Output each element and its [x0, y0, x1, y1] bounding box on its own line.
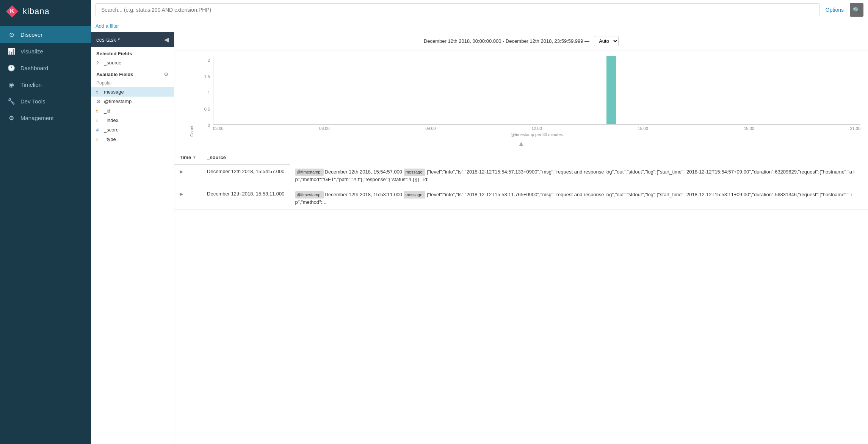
text-type-icon: t — [96, 90, 102, 94]
search-icon: 🔍 — [853, 6, 860, 14]
message-badge: message: — [404, 191, 426, 199]
field-index[interactable]: t _index — [91, 116, 174, 125]
table-header-row: Time ▼ _source — [174, 151, 868, 164]
expand-row-button[interactable]: ▶ — [180, 169, 183, 174]
time-column-header: Time ▼ — [174, 151, 202, 164]
field-score-label: _score — [104, 127, 119, 133]
sidebar-item-management[interactable]: ⚙ Management — [0, 109, 91, 126]
text-type-icon-index: t — [96, 118, 102, 123]
text-type-icon-type: t — [96, 137, 102, 142]
x-tick-09: 09:00 — [425, 126, 436, 131]
x-axis-label: @timestamp per 30 minutes — [213, 132, 860, 137]
table-row: ▶December 12th 2018, 15:53:11.000@timest… — [174, 187, 868, 210]
content-area: ecs-task-* ◀ Selected Fields ? _source A… — [91, 32, 868, 444]
field-message-label: message — [104, 89, 124, 95]
sidebar: K kibana ⊙ Discover 📊 Visualize 🕐 Dashbo… — [0, 0, 91, 444]
field-timestamp[interactable]: ⊙ @timestamp — [91, 97, 174, 106]
x-tick-12: 12:00 — [531, 126, 542, 131]
results-table: Time ▼ _source ▶December 12th 2018, 15:5… — [174, 151, 868, 210]
sort-icon: ▼ — [193, 155, 196, 159]
x-tick-18: 18:00 — [744, 126, 754, 131]
hash-type-icon: # — [96, 128, 102, 132]
sidebar-label-devtools: Dev Tools — [20, 98, 45, 105]
timestamp-badge: @timestamp: — [295, 191, 324, 199]
y-tick-0: 0 — [208, 123, 210, 128]
field-index-label: _index — [104, 117, 118, 123]
source-column-header: _source — [202, 151, 290, 164]
timestamp-badge: @timestamp: — [295, 169, 324, 176]
time-cell: December 12th 2018, 15:54:57.000 — [202, 164, 290, 187]
chart-inner: 03:00 06:00 09:00 12:00 15:00 18:00 21:0… — [213, 56, 860, 137]
x-axis: 03:00 06:00 09:00 12:00 15:00 18:00 21:0… — [213, 125, 860, 131]
y-tick-2: 2 — [208, 58, 210, 63]
index-name: ecs-task-* — [96, 37, 120, 43]
time-range-label: December 12th 2018, 00:00:00.000 - Decem… — [424, 38, 589, 44]
sidebar-item-timelion[interactable]: ◉ Timelion — [0, 76, 91, 93]
main-area: Options 🔍 Add a filter + ecs-task-* ◀ Se… — [91, 0, 868, 444]
expand-row-button[interactable]: ▶ — [180, 191, 183, 197]
clock-icon: 🕐 — [8, 64, 15, 72]
field-type-label: _type — [104, 136, 116, 142]
available-fields-header: Available Fields — [96, 72, 133, 77]
wrench-icon: 🔧 — [8, 97, 15, 105]
sidebar-label-discover: Discover — [20, 31, 42, 38]
sidebar-item-devtools[interactable]: 🔧 Dev Tools — [0, 93, 91, 109]
field-source-label: _source — [104, 60, 121, 66]
message-badge: message: — [404, 169, 426, 176]
logo-area: K kibana — [0, 0, 91, 23]
field-source[interactable]: ? _source — [91, 58, 174, 67]
sidebar-nav: ⊙ Discover 📊 Visualize 🕐 Dashboard ◉ Tim… — [0, 23, 91, 126]
chart-area: Count 2 1.5 1 0.5 0 03:00 06:00 09:00 — [190, 56, 860, 137]
compass-icon: ⊙ — [8, 31, 15, 38]
search-button[interactable]: 🔍 — [850, 3, 863, 17]
chart-bar[interactable] — [606, 56, 616, 124]
timelion-icon: ◉ — [8, 81, 15, 88]
field-timestamp-label: @timestamp — [104, 98, 132, 104]
kibana-logo-icon: K — [6, 5, 18, 17]
y-tick-1: 1 — [208, 91, 210, 95]
y-tick-1-5: 1.5 — [204, 74, 210, 79]
clock-type-icon: ⊙ — [96, 98, 102, 104]
filter-bar: Add a filter + — [91, 20, 868, 32]
visualization-area: December 12th 2018, 00:00:00.000 - Decem… — [174, 32, 868, 444]
x-tick-21: 21:00 — [850, 126, 860, 131]
table-row: ▶December 12th 2018, 15:54:57.000@timest… — [174, 164, 868, 187]
chart-container: Count 2 1.5 1 0.5 0 03:00 06:00 09:00 — [174, 50, 868, 151]
available-fields-section: Available Fields ⚙ — [91, 67, 174, 79]
x-tick-15: 15:00 — [638, 126, 648, 131]
add-filter-button[interactable]: Add a filter + — [96, 23, 123, 29]
x-tick-03: 03:00 — [213, 126, 224, 131]
chart-collapse-button[interactable]: ▲ — [182, 138, 860, 149]
topbar: Options 🔍 — [91, 0, 868, 20]
field-id[interactable]: t _id — [91, 106, 174, 116]
y-axis-label: Count — [190, 56, 194, 137]
field-score[interactable]: # _score — [91, 125, 174, 134]
collapse-button[interactable]: ◀ — [164, 36, 169, 43]
sidebar-item-discover[interactable]: ⊙ Discover — [0, 26, 91, 43]
y-tick-0-5: 0.5 — [204, 107, 210, 111]
text-type-icon-id: t — [96, 109, 102, 113]
gear-icon: ⚙ — [8, 114, 15, 122]
sidebar-label-management: Management — [20, 115, 54, 121]
y-axis: 2 1.5 1 0.5 0 — [199, 56, 210, 137]
results-area: Time ▼ _source ▶December 12th 2018, 15:5… — [174, 151, 868, 444]
options-button[interactable]: Options — [823, 7, 847, 13]
selected-fields-header: Selected Fields — [91, 47, 174, 58]
sidebar-label-visualize: Visualize — [20, 48, 43, 55]
sidebar-item-dashboard[interactable]: 🕐 Dashboard — [0, 59, 91, 76]
popular-label: Popular — [91, 79, 174, 87]
interval-select[interactable]: Auto — [594, 36, 619, 46]
fields-gear-button[interactable]: ⚙ — [164, 71, 169, 77]
field-type[interactable]: t _type — [91, 134, 174, 144]
bars-area — [213, 56, 860, 125]
sidebar-label-dashboard: Dashboard — [20, 65, 48, 71]
index-selector[interactable]: ecs-task-* ◀ — [91, 32, 174, 47]
field-message[interactable]: t message — [91, 87, 174, 97]
x-tick-06: 06:00 — [319, 126, 330, 131]
bar-chart-icon: 📊 — [8, 47, 15, 55]
sidebar-label-timelion: Timelion — [20, 81, 42, 88]
sidebar-item-visualize[interactable]: 📊 Visualize — [0, 43, 91, 59]
time-range-bar: December 12th 2018, 00:00:00.000 - Decem… — [174, 32, 868, 50]
search-input[interactable] — [96, 3, 819, 16]
field-id-label: _id — [104, 108, 110, 114]
